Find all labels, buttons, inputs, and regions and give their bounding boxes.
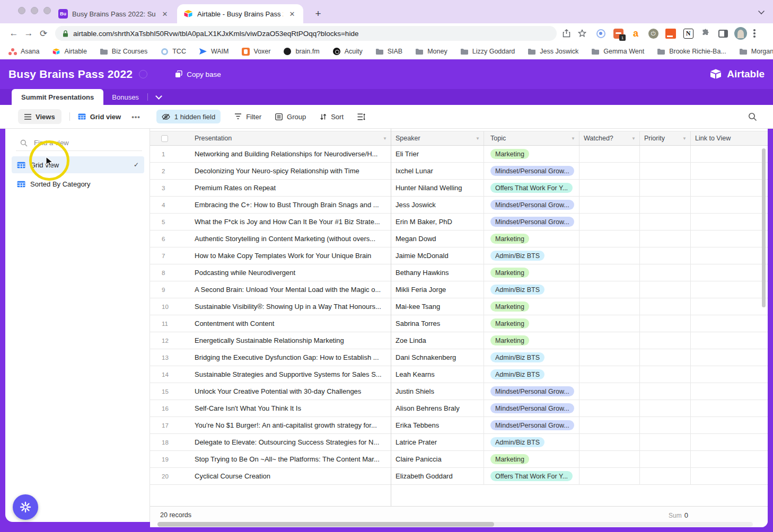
- cell-priority[interactable]: [640, 332, 691, 349]
- cell-speaker[interactable]: Dani Schnakenberg: [391, 349, 484, 366]
- table-row[interactable]: 14Sustainable Strategies and Supportive …: [150, 366, 768, 383]
- cell-link-to-view[interactable]: [691, 247, 768, 264]
- chevron-down-icon[interactable]: [682, 136, 687, 141]
- table-row[interactable]: 13Bridging the Executive Dysfunction Gap…: [150, 349, 768, 366]
- table-row[interactable]: 17You're No $1 Burger!: An anti-capitali…: [150, 417, 768, 434]
- cell-topic[interactable]: Mindset/Personal Grow...: [484, 197, 579, 213]
- group-button[interactable]: Group: [275, 113, 306, 121]
- table-row[interactable]: 6Authentic Storytelling in Content Marke…: [150, 230, 768, 247]
- chat-extension-icon[interactable]: 1: [611, 26, 625, 40]
- cell-watched[interactable]: [579, 264, 640, 281]
- cell-speaker[interactable]: Ixchel Lunar: [391, 163, 484, 179]
- table-row[interactable]: 15Unlock Your Creative Potential with 30…: [150, 383, 768, 400]
- cell-speaker[interactable]: Eli Trier: [391, 146, 484, 162]
- row-number[interactable]: 15: [150, 383, 194, 400]
- sidebar-item-grid-view[interactable]: Grid view: [12, 156, 144, 173]
- row-number[interactable]: 1: [150, 146, 194, 162]
- column-header-link-to-view[interactable]: Link to View: [691, 131, 768, 145]
- row-number[interactable]: 17: [150, 417, 194, 433]
- timer-extension-icon[interactable]: [664, 26, 678, 40]
- cell-priority[interactable]: [640, 315, 691, 332]
- column-header-speaker[interactable]: Speaker: [391, 131, 484, 145]
- tab-bonuses[interactable]: Bonuses: [103, 89, 147, 105]
- cell-topic[interactable]: Mindset/Personal Grow...: [484, 163, 579, 179]
- cell-link-to-view[interactable]: [691, 434, 768, 450]
- cell-watched[interactable]: [579, 332, 640, 349]
- row-number[interactable]: 19: [150, 451, 194, 467]
- record-extension-icon[interactable]: [594, 26, 608, 40]
- table-row[interactable]: 16Self-Care Isn't What You Think It IsAl…: [150, 400, 768, 417]
- bookmark-brain-fm[interactable]: brain.fm: [283, 47, 319, 56]
- tab-summit-presentations[interactable]: Summit Presentations: [12, 89, 103, 105]
- tab-search-chevron-icon[interactable]: [758, 8, 765, 14]
- cell-watched[interactable]: [579, 468, 640, 484]
- cell-speaker[interactable]: Mai-kee Tsang: [391, 298, 484, 315]
- row-number[interactable]: 4: [150, 197, 194, 213]
- cell-link-to-view[interactable]: [691, 264, 768, 281]
- cell-topic[interactable]: Marketing: [484, 298, 579, 315]
- table-row[interactable]: 5What the F*ck is Joy and How Can It Be …: [150, 214, 768, 230]
- horizontal-scrollbar[interactable]: [157, 522, 753, 527]
- search-icon[interactable]: [748, 112, 757, 121]
- cell-priority[interactable]: [640, 264, 691, 281]
- profile-avatar[interactable]: [734, 26, 748, 40]
- forward-icon[interactable]: →: [21, 26, 36, 41]
- cell-presentation[interactable]: Podcasting while Neurodivergent: [194, 264, 391, 281]
- cell-topic[interactable]: Admin/Biz BTS: [484, 247, 579, 264]
- cell-presentation[interactable]: Decolonizing Your Neuro-spicy Relationsh…: [194, 163, 391, 179]
- bookmark-airtable[interactable]: Airtable: [52, 47, 86, 56]
- cell-priority[interactable]: [640, 214, 691, 230]
- chevron-down-icon[interactable]: [571, 136, 575, 141]
- cell-presentation[interactable]: Networking and Building Relationships fo…: [194, 146, 391, 162]
- cell-speaker[interactable]: Elizabeth Goddard: [391, 468, 484, 484]
- table-row[interactable]: 2Decolonizing Your Neuro-spicy Relations…: [150, 163, 768, 180]
- table-row[interactable]: 10Sustainable Visibility®: Showing Up in…: [150, 298, 768, 315]
- cell-link-to-view[interactable]: [691, 315, 768, 332]
- cell-priority[interactable]: [640, 383, 691, 400]
- filter-button[interactable]: Filter: [234, 113, 261, 121]
- row-number[interactable]: 6: [150, 230, 194, 247]
- table-row[interactable]: 11Contentment with ContentSabrina Torres…: [150, 315, 768, 332]
- cell-topic[interactable]: Offers That Work For Y...: [484, 180, 579, 196]
- cell-speaker[interactable]: Leah Kearns: [391, 366, 484, 383]
- cell-presentation[interactable]: You're No $1 Burger!: An anti-capitalist…: [194, 417, 391, 433]
- cell-topic[interactable]: Mindset/Personal Grow...: [484, 400, 579, 416]
- cell-link-to-view[interactable]: [691, 180, 768, 196]
- cell-priority[interactable]: [640, 366, 691, 383]
- cell-speaker[interactable]: Sabrina Torres: [391, 315, 484, 332]
- cell-speaker[interactable]: Jaimie McDonald: [391, 247, 484, 264]
- tables-chevron-down-icon[interactable]: [155, 93, 162, 100]
- cell-priority[interactable]: [640, 146, 691, 162]
- cell-topic[interactable]: Marketing: [484, 264, 579, 281]
- row-height-button[interactable]: [357, 113, 365, 120]
- cell-presentation[interactable]: Cyclical Course Creation: [194, 468, 391, 484]
- row-number[interactable]: 3: [150, 180, 194, 196]
- cell-link-to-view[interactable]: [691, 281, 768, 298]
- tab-close-icon[interactable]: ✕: [287, 9, 297, 19]
- row-number[interactable]: 10: [150, 298, 194, 315]
- row-number[interactable]: 11: [150, 315, 194, 332]
- cell-presentation[interactable]: How to Make Copy Templates Work for Your…: [194, 247, 391, 264]
- cell-speaker[interactable]: Claire Paniccia: [391, 451, 484, 467]
- table-row[interactable]: 19Stop Trying to Be On ~All~ the Platfor…: [150, 451, 768, 468]
- cell-watched[interactable]: [579, 366, 640, 383]
- cell-presentation[interactable]: Bridging the Executive Dysfunction Gap: …: [194, 349, 391, 366]
- column-header-presentation[interactable]: Presentation: [194, 131, 391, 145]
- address-bar[interactable]: airtable.com/shrthXaTsbhI50Rvw/tblA0paLX…: [55, 26, 557, 41]
- base-title[interactable]: Busy Brains Pass 2022: [8, 68, 133, 81]
- views-button[interactable]: Views: [18, 109, 62, 124]
- window-controls[interactable]: [18, 7, 51, 14]
- cell-topic[interactable]: Marketing: [484, 230, 579, 247]
- bookmark-star-icon[interactable]: [576, 27, 588, 40]
- cell-priority[interactable]: [640, 400, 691, 416]
- browser-tab-inactive[interactable]: Bu Busy Brains Pass 2022: Summi ✕: [52, 4, 176, 23]
- horizontal-scrollbar-thumb[interactable]: [157, 522, 494, 527]
- cell-priority[interactable]: [640, 349, 691, 366]
- cell-priority[interactable]: [640, 451, 691, 467]
- cell-priority[interactable]: [640, 230, 691, 247]
- row-number[interactable]: 2: [150, 163, 194, 179]
- hidden-fields-button[interactable]: 1 hidden field: [156, 110, 221, 123]
- cell-link-to-view[interactable]: [691, 214, 768, 230]
- row-number[interactable]: 16: [150, 400, 194, 416]
- cell-link-to-view[interactable]: [691, 146, 768, 162]
